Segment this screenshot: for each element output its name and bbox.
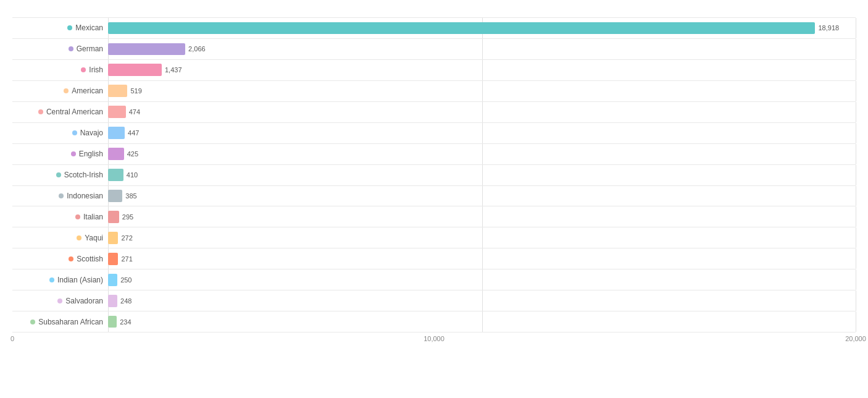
bar-value-label: 295: [122, 213, 133, 221]
bar-label-text: Salvadoran: [65, 297, 103, 305]
bar-row: Navajo447: [12, 123, 856, 144]
grid-line: [856, 227, 856, 248]
grid-line: [856, 18, 856, 38]
bar-dot: [64, 88, 69, 93]
bar-dot: [30, 320, 35, 324]
x-axis: 010,00020,000: [12, 335, 856, 347]
bar-dot: [69, 46, 73, 51]
bar-label-text: Scottish: [77, 255, 103, 263]
bar-label: Indian (Asian): [12, 276, 108, 284]
bar-fill: 385: [108, 190, 122, 202]
grid-line: [856, 311, 856, 332]
bar-label: Irish: [12, 66, 108, 74]
bar-label-text: English: [79, 150, 103, 158]
grid-line: [482, 39, 483, 59]
bar-label: Mexican: [12, 23, 108, 32]
bar-label: Yaqui: [12, 234, 108, 242]
grid-line: [856, 269, 856, 290]
bar-fill: 447: [108, 127, 125, 139]
bar-value-label: 1,437: [165, 66, 182, 74]
bar-track: 425: [108, 144, 856, 164]
grid-line: [482, 186, 483, 206]
x-tick-label: 10,000: [424, 335, 444, 342]
grid-line: [856, 102, 856, 122]
grid-line: [856, 39, 856, 59]
bar-track: 250: [108, 269, 856, 290]
bar-row: Mexican18,918: [12, 17, 856, 39]
bar-label: Subsaharan African: [12, 318, 108, 326]
chart-area: Mexican18,918German2,066Irish1,437Americ…: [12, 17, 856, 347]
grid-line: [856, 144, 856, 164]
bar-dot: [49, 277, 54, 282]
bar-row: Central American474: [12, 102, 856, 123]
grid-line: [856, 81, 856, 101]
grid-line: [482, 60, 483, 80]
bar-label: Italian: [12, 213, 108, 221]
bar-track: 295: [108, 206, 856, 227]
bar-label-text: Central American: [46, 108, 103, 116]
bar-row: Italian295: [12, 206, 856, 227]
bar-value-label: 18,918: [818, 24, 839, 32]
bar-dot: [59, 193, 64, 198]
bars-section: Mexican18,918German2,066Irish1,437Americ…: [12, 17, 856, 332]
bar-value-label: 271: [121, 255, 132, 263]
bar-track: 248: [108, 290, 856, 311]
bar-dot: [81, 67, 86, 72]
bar-fill: 474: [108, 106, 126, 118]
bar-label-text: Irish: [89, 66, 103, 74]
bar-label: Salvadoran: [12, 297, 108, 305]
bar-label-text: Indian (Asian): [57, 276, 103, 284]
bar-label-text: Mexican: [75, 23, 103, 32]
bar-track: 1,437: [108, 60, 856, 80]
bar-track: 410: [108, 165, 856, 185]
bar-dot: [75, 214, 80, 219]
bar-label: Central American: [12, 108, 108, 116]
bar-row: Scottish271: [12, 248, 856, 269]
bar-dot: [69, 256, 73, 261]
x-tick-label: 0: [10, 335, 14, 342]
bar-track: 474: [108, 102, 856, 122]
chart-container: Mexican18,918German2,066Irish1,437Americ…: [0, 0, 868, 398]
bar-dot: [77, 235, 81, 240]
bar-row: German2,066: [12, 39, 856, 60]
bar-dot: [67, 25, 72, 30]
grid-line: [482, 227, 483, 248]
bar-label-text: Navajo: [80, 129, 103, 137]
bar-track: 272: [108, 227, 856, 248]
grid-line: [482, 144, 483, 164]
bar-fill: 425: [108, 148, 124, 160]
bar-dot: [56, 172, 61, 177]
grid-line: [856, 186, 856, 206]
grid-line: [482, 248, 483, 269]
bar-track: 2,066: [108, 39, 856, 59]
bar-dot: [57, 298, 62, 303]
bar-label-text: Subsaharan African: [38, 318, 103, 326]
bar-row: Indian (Asian)250: [12, 269, 856, 290]
bar-row: American519: [12, 81, 856, 102]
grid-line: [482, 290, 483, 311]
bar-value-label: 250: [120, 276, 131, 284]
bar-fill: 295: [108, 211, 119, 223]
bar-fill: 248: [108, 295, 117, 307]
grid-line: [856, 290, 856, 311]
bar-fill: 519: [108, 85, 127, 97]
grid-line: [856, 60, 856, 80]
bar-label: American: [12, 87, 108, 95]
grid-line: [482, 311, 483, 332]
bar-fill: 271: [108, 253, 118, 265]
bar-fill: 410: [108, 169, 123, 181]
x-tick-label: 20,000: [845, 335, 866, 342]
bar-value-label: 248: [120, 297, 131, 305]
grid-line: [482, 81, 483, 101]
bar-track: 519: [108, 81, 856, 101]
grid-line: [856, 248, 856, 269]
bar-label-text: Yaqui: [85, 234, 103, 242]
bar-dot: [72, 130, 77, 135]
bar-value-label: 410: [127, 171, 138, 179]
bar-row: Salvadoran248: [12, 290, 856, 311]
bar-fill: 2,066: [108, 43, 185, 56]
bar-value-label: 2,066: [188, 45, 206, 53]
bar-track: 271: [108, 248, 856, 269]
grid-line: [856, 123, 856, 143]
bar-track: 385: [108, 186, 856, 206]
